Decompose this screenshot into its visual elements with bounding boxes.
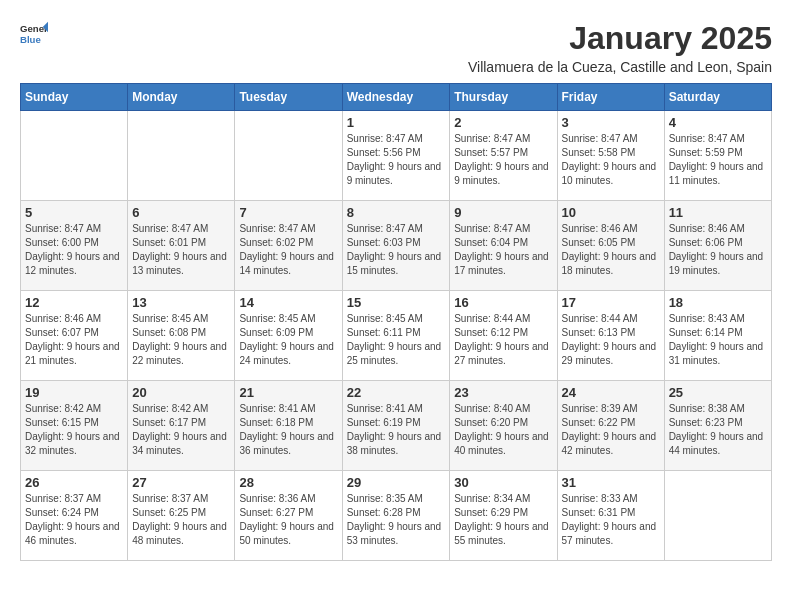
- day-info: Sunrise: 8:46 AM Sunset: 6:07 PM Dayligh…: [25, 312, 123, 368]
- day-number: 31: [562, 475, 660, 490]
- day-number: 9: [454, 205, 552, 220]
- header-thursday: Thursday: [450, 84, 557, 111]
- header-wednesday: Wednesday: [342, 84, 450, 111]
- logo-icon: General Blue: [20, 20, 48, 48]
- calendar-cell: 11Sunrise: 8:46 AM Sunset: 6:06 PM Dayli…: [664, 201, 771, 291]
- day-info: Sunrise: 8:39 AM Sunset: 6:22 PM Dayligh…: [562, 402, 660, 458]
- day-info: Sunrise: 8:37 AM Sunset: 6:25 PM Dayligh…: [132, 492, 230, 548]
- day-info: Sunrise: 8:47 AM Sunset: 6:01 PM Dayligh…: [132, 222, 230, 278]
- calendar-cell: [128, 111, 235, 201]
- day-info: Sunrise: 8:42 AM Sunset: 6:17 PM Dayligh…: [132, 402, 230, 458]
- day-number: 18: [669, 295, 767, 310]
- day-number: 14: [239, 295, 337, 310]
- day-number: 6: [132, 205, 230, 220]
- calendar-cell: 16Sunrise: 8:44 AM Sunset: 6:12 PM Dayli…: [450, 291, 557, 381]
- day-number: 1: [347, 115, 446, 130]
- day-info: Sunrise: 8:37 AM Sunset: 6:24 PM Dayligh…: [25, 492, 123, 548]
- day-number: 5: [25, 205, 123, 220]
- day-number: 4: [669, 115, 767, 130]
- calendar-cell: 6Sunrise: 8:47 AM Sunset: 6:01 PM Daylig…: [128, 201, 235, 291]
- day-number: 2: [454, 115, 552, 130]
- day-number: 17: [562, 295, 660, 310]
- day-info: Sunrise: 8:40 AM Sunset: 6:20 PM Dayligh…: [454, 402, 552, 458]
- day-number: 3: [562, 115, 660, 130]
- day-info: Sunrise: 8:41 AM Sunset: 6:19 PM Dayligh…: [347, 402, 446, 458]
- day-number: 27: [132, 475, 230, 490]
- day-number: 25: [669, 385, 767, 400]
- calendar-cell: 30Sunrise: 8:34 AM Sunset: 6:29 PM Dayli…: [450, 471, 557, 561]
- calendar-cell: 13Sunrise: 8:45 AM Sunset: 6:08 PM Dayli…: [128, 291, 235, 381]
- day-info: Sunrise: 8:44 AM Sunset: 6:12 PM Dayligh…: [454, 312, 552, 368]
- calendar-cell: 14Sunrise: 8:45 AM Sunset: 6:09 PM Dayli…: [235, 291, 342, 381]
- calendar-cell: 17Sunrise: 8:44 AM Sunset: 6:13 PM Dayli…: [557, 291, 664, 381]
- calendar-week-1: 1Sunrise: 8:47 AM Sunset: 5:56 PM Daylig…: [21, 111, 772, 201]
- header-sunday: Sunday: [21, 84, 128, 111]
- day-info: Sunrise: 8:47 AM Sunset: 5:56 PM Dayligh…: [347, 132, 446, 188]
- calendar-cell: 5Sunrise: 8:47 AM Sunset: 6:00 PM Daylig…: [21, 201, 128, 291]
- day-number: 26: [25, 475, 123, 490]
- header-friday: Friday: [557, 84, 664, 111]
- day-number: 8: [347, 205, 446, 220]
- svg-text:Blue: Blue: [20, 34, 41, 45]
- page-header: General Blue January 2025 Villamuera de …: [20, 20, 772, 75]
- calendar-cell: 2Sunrise: 8:47 AM Sunset: 5:57 PM Daylig…: [450, 111, 557, 201]
- day-number: 20: [132, 385, 230, 400]
- day-number: 7: [239, 205, 337, 220]
- calendar-cell: 21Sunrise: 8:41 AM Sunset: 6:18 PM Dayli…: [235, 381, 342, 471]
- day-info: Sunrise: 8:46 AM Sunset: 6:05 PM Dayligh…: [562, 222, 660, 278]
- day-info: Sunrise: 8:44 AM Sunset: 6:13 PM Dayligh…: [562, 312, 660, 368]
- day-info: Sunrise: 8:47 AM Sunset: 5:59 PM Dayligh…: [669, 132, 767, 188]
- day-number: 21: [239, 385, 337, 400]
- day-number: 28: [239, 475, 337, 490]
- calendar-week-4: 19Sunrise: 8:42 AM Sunset: 6:15 PM Dayli…: [21, 381, 772, 471]
- calendar-week-5: 26Sunrise: 8:37 AM Sunset: 6:24 PM Dayli…: [21, 471, 772, 561]
- day-info: Sunrise: 8:43 AM Sunset: 6:14 PM Dayligh…: [669, 312, 767, 368]
- header-monday: Monday: [128, 84, 235, 111]
- day-number: 30: [454, 475, 552, 490]
- day-number: 12: [25, 295, 123, 310]
- calendar-cell: 18Sunrise: 8:43 AM Sunset: 6:14 PM Dayli…: [664, 291, 771, 381]
- day-info: Sunrise: 8:35 AM Sunset: 6:28 PM Dayligh…: [347, 492, 446, 548]
- calendar-cell: 4Sunrise: 8:47 AM Sunset: 5:59 PM Daylig…: [664, 111, 771, 201]
- calendar-cell: 31Sunrise: 8:33 AM Sunset: 6:31 PM Dayli…: [557, 471, 664, 561]
- day-info: Sunrise: 8:34 AM Sunset: 6:29 PM Dayligh…: [454, 492, 552, 548]
- calendar-cell: 12Sunrise: 8:46 AM Sunset: 6:07 PM Dayli…: [21, 291, 128, 381]
- calendar-cell: 15Sunrise: 8:45 AM Sunset: 6:11 PM Dayli…: [342, 291, 450, 381]
- day-info: Sunrise: 8:45 AM Sunset: 6:09 PM Dayligh…: [239, 312, 337, 368]
- day-info: Sunrise: 8:47 AM Sunset: 6:04 PM Dayligh…: [454, 222, 552, 278]
- calendar-cell: 20Sunrise: 8:42 AM Sunset: 6:17 PM Dayli…: [128, 381, 235, 471]
- subtitle: Villamuera de la Cueza, Castille and Leo…: [468, 59, 772, 75]
- day-info: Sunrise: 8:47 AM Sunset: 5:58 PM Dayligh…: [562, 132, 660, 188]
- calendar-cell: [235, 111, 342, 201]
- calendar-cell: 28Sunrise: 8:36 AM Sunset: 6:27 PM Dayli…: [235, 471, 342, 561]
- header-saturday: Saturday: [664, 84, 771, 111]
- day-info: Sunrise: 8:41 AM Sunset: 6:18 PM Dayligh…: [239, 402, 337, 458]
- day-info: Sunrise: 8:47 AM Sunset: 5:57 PM Dayligh…: [454, 132, 552, 188]
- calendar-cell: [664, 471, 771, 561]
- calendar-week-2: 5Sunrise: 8:47 AM Sunset: 6:00 PM Daylig…: [21, 201, 772, 291]
- calendar-cell: 27Sunrise: 8:37 AM Sunset: 6:25 PM Dayli…: [128, 471, 235, 561]
- day-number: 13: [132, 295, 230, 310]
- day-number: 15: [347, 295, 446, 310]
- calendar-cell: 8Sunrise: 8:47 AM Sunset: 6:03 PM Daylig…: [342, 201, 450, 291]
- logo: General Blue: [20, 20, 48, 48]
- day-info: Sunrise: 8:46 AM Sunset: 6:06 PM Dayligh…: [669, 222, 767, 278]
- calendar-cell: 10Sunrise: 8:46 AM Sunset: 6:05 PM Dayli…: [557, 201, 664, 291]
- day-number: 16: [454, 295, 552, 310]
- calendar-table: Sunday Monday Tuesday Wednesday Thursday…: [20, 83, 772, 561]
- calendar-cell: 7Sunrise: 8:47 AM Sunset: 6:02 PM Daylig…: [235, 201, 342, 291]
- calendar-cell: 1Sunrise: 8:47 AM Sunset: 5:56 PM Daylig…: [342, 111, 450, 201]
- title-area: January 2025 Villamuera de la Cueza, Cas…: [468, 20, 772, 75]
- day-info: Sunrise: 8:36 AM Sunset: 6:27 PM Dayligh…: [239, 492, 337, 548]
- svg-text:General: General: [20, 23, 48, 34]
- calendar-cell: 24Sunrise: 8:39 AM Sunset: 6:22 PM Dayli…: [557, 381, 664, 471]
- calendar-cell: 19Sunrise: 8:42 AM Sunset: 6:15 PM Dayli…: [21, 381, 128, 471]
- day-number: 29: [347, 475, 446, 490]
- header-tuesday: Tuesday: [235, 84, 342, 111]
- calendar-cell: 23Sunrise: 8:40 AM Sunset: 6:20 PM Dayli…: [450, 381, 557, 471]
- day-info: Sunrise: 8:42 AM Sunset: 6:15 PM Dayligh…: [25, 402, 123, 458]
- calendar-cell: 29Sunrise: 8:35 AM Sunset: 6:28 PM Dayli…: [342, 471, 450, 561]
- calendar-header-row: Sunday Monday Tuesday Wednesday Thursday…: [21, 84, 772, 111]
- day-number: 22: [347, 385, 446, 400]
- day-info: Sunrise: 8:47 AM Sunset: 6:02 PM Dayligh…: [239, 222, 337, 278]
